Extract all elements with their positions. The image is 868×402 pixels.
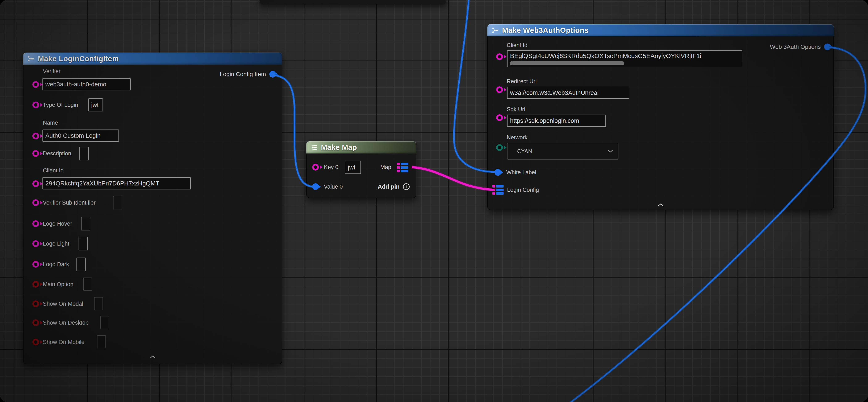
output-pin-label: Login Config Item	[220, 71, 266, 78]
logo-light-pin[interactable]	[32, 240, 39, 247]
blueprint-editor: Make LoginConfigItem Login Config Item V…	[0, 0, 868, 402]
name-value: Auth0 Custom Login	[45, 132, 101, 139]
field-label: Client Id	[43, 167, 64, 174]
wire-map-to-login-config-glow	[412, 167, 492, 190]
field-label: Redirect Url	[507, 78, 537, 85]
verifier-value: web3auth-auth0-demo	[45, 81, 106, 88]
output-web3auth-options: Web 3Auth Options	[770, 44, 831, 50]
show-on-modal-pin[interactable]	[32, 300, 39, 307]
node-header-make-web3authoptions[interactable]: Make Web3AuthOptions	[487, 24, 834, 36]
collapse-node-button[interactable]	[657, 203, 664, 207]
field-label: Verifier Sub Identifier	[43, 199, 96, 206]
name-input[interactable]: Auth0 Custom Login	[42, 130, 119, 142]
description-input[interactable]	[80, 147, 89, 160]
client-id-input[interactable]: 294QRkchfq2YaXUbPri7D6PH7xzHgQMT	[42, 177, 191, 190]
field-label: Verifier	[43, 68, 61, 75]
login-config-pin[interactable]	[492, 185, 503, 195]
collapse-node-button[interactable]	[150, 355, 156, 360]
field-label: Type Of Login	[43, 102, 78, 108]
redirect-url-pin[interactable]	[496, 86, 503, 93]
offscreen-node-fragment[interactable]	[260, 0, 446, 4]
node-header-make-map[interactable]: Make Map	[306, 141, 416, 153]
network-value: CYAN	[517, 148, 532, 154]
add-pin-button[interactable]: Add pin +	[378, 183, 410, 190]
white-label-pin[interactable]	[495, 169, 501, 176]
show-on-mobile-checkbox[interactable]	[97, 335, 106, 348]
output-pin-label: Map	[380, 164, 391, 171]
logo-light-input[interactable]	[79, 237, 88, 251]
field-label: Login Config	[507, 186, 539, 193]
sdk-url-input[interactable]: https://sdk.openlogin.com	[507, 115, 606, 127]
network-pin[interactable]	[496, 144, 503, 151]
show-on-mobile-pin[interactable]	[32, 339, 39, 345]
type-of-login-value: jwt	[91, 102, 98, 109]
field-label: Sdk Url	[507, 106, 525, 113]
field-label: Show On Modal	[43, 300, 83, 307]
field-label: White Label	[506, 169, 536, 176]
show-on-desktop-pin[interactable]	[32, 319, 39, 326]
type-of-login-pin[interactable]	[32, 102, 39, 108]
client-id-pin[interactable]	[32, 180, 39, 187]
node-make-loginconfigitem[interactable]: Make LoginConfigItem Login Config Item V…	[23, 53, 282, 364]
node-make-web3authoptions[interactable]: Make Web3AuthOptions Web 3Auth Options C…	[487, 24, 834, 210]
make-struct-icon	[492, 27, 499, 34]
client-id-scrollbar[interactable]	[509, 61, 624, 65]
field-label: Logo Light	[43, 240, 69, 247]
output-pin-label: Web 3Auth Options	[770, 44, 821, 50]
show-on-modal-checkbox[interactable]	[94, 297, 103, 310]
wire-map-to-login-config[interactable]	[412, 167, 492, 190]
client-id-value: BEglQSgt4cUWcj6SKRdu5QkOXTsePmMcusG5EAoy…	[510, 52, 701, 59]
redirect-url-input[interactable]: w3a://com.w3a.Web3AuthUnreal	[507, 87, 629, 99]
client-id-pin[interactable]	[496, 53, 503, 60]
chevron-down-icon	[608, 150, 613, 153]
logo-dark-input[interactable]	[76, 258, 86, 271]
field-label: Show On Mobile	[43, 339, 85, 345]
field-label: Description	[43, 150, 71, 157]
field-label: Name	[43, 120, 58, 126]
field-label: Network	[507, 134, 527, 141]
show-on-desktop-checkbox[interactable]	[100, 316, 109, 329]
verifier-input[interactable]: web3auth-auth0-demo	[42, 78, 131, 90]
value0-pin[interactable]	[312, 183, 319, 190]
make-array-icon	[310, 144, 318, 151]
node-header-make-loginconfigitem[interactable]: Make LoginConfigItem	[23, 53, 282, 65]
redirect-url-value: w3a://com.w3a.Web3AuthUnreal	[510, 89, 599, 96]
logo-dark-pin[interactable]	[32, 261, 39, 268]
login-config-item-output-pin[interactable]	[269, 71, 276, 78]
chevron-up-icon	[657, 203, 664, 207]
node-title: Make Map	[321, 143, 357, 151]
field-label: Logo Dark	[43, 261, 69, 268]
make-struct-icon	[27, 55, 34, 62]
map-output-pin[interactable]	[397, 163, 408, 172]
key0-input[interactable]: jwt	[345, 161, 361, 174]
chevron-up-icon	[150, 355, 156, 359]
field-label: Show On Desktop	[43, 319, 89, 326]
logo-hover-input[interactable]	[81, 217, 90, 230]
output-login-config-item: Login Config Item	[220, 71, 276, 78]
field-label: Client Id	[507, 42, 527, 49]
add-pin-plus-icon: +	[403, 183, 410, 190]
web3auth-options-output-pin[interactable]	[824, 44, 831, 50]
client-id-value: 294QRkchfq2YaXUbPri7D6PH7xzHgQMT	[45, 180, 159, 187]
logo-hover-pin[interactable]	[32, 220, 39, 227]
main-option-pin[interactable]	[32, 281, 39, 288]
field-label: Key 0	[324, 164, 338, 171]
add-pin-label: Add pin	[378, 183, 400, 190]
node-make-map[interactable]: Make Map Key 0 jwt Map Value 0 Add pin +	[306, 141, 416, 198]
type-of-login-input[interactable]: jwt	[88, 98, 103, 111]
name-pin[interactable]	[32, 133, 39, 139]
network-dropdown[interactable]: CYAN	[507, 143, 618, 160]
main-option-checkbox[interactable]	[83, 278, 92, 291]
verifier-sub-identifier-pin[interactable]	[32, 199, 39, 206]
key0-pin[interactable]	[312, 164, 319, 171]
verifier-sub-identifier-input[interactable]	[113, 196, 122, 209]
key0-value: jwt	[348, 164, 355, 171]
blueprint-graph-canvas[interactable]: Make LoginConfigItem Login Config Item V…	[0, 0, 868, 402]
field-label: Main Option	[43, 281, 73, 288]
sdk-url-pin[interactable]	[496, 114, 503, 121]
node-title: Make LoginConfigItem	[38, 54, 119, 63]
verifier-pin[interactable]	[32, 81, 39, 88]
sdk-url-value: https://sdk.openlogin.com	[510, 117, 579, 124]
description-pin[interactable]	[32, 150, 39, 157]
field-label: Value 0	[324, 183, 343, 190]
